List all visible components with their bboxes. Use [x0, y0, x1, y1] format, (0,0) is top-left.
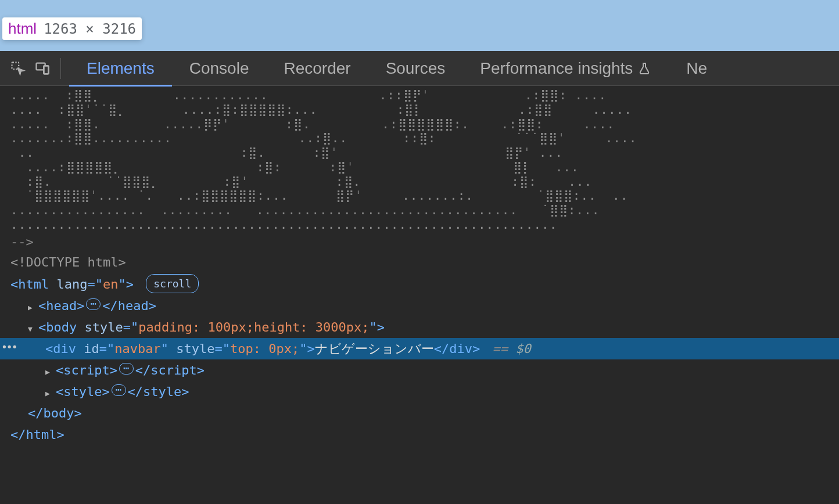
script-tag: script: [63, 363, 109, 377]
comment-close: -->: [0, 232, 839, 251]
style-close-tag: style: [143, 384, 181, 399]
tab-performance-insights[interactable]: Performance insights: [462, 51, 669, 86]
tab-performance-label: Performance insights: [480, 59, 633, 78]
toolbar-divider: [60, 58, 61, 79]
selected-div-line[interactable]: ••• <div id="navbar" style="top: 0px;">ナ…: [0, 338, 839, 359]
tab-sources[interactable]: Sources: [368, 51, 463, 86]
div-style-attr-val: top: 0px;: [230, 341, 299, 356]
head-close-tag: head: [118, 298, 149, 313]
inspect-icon[interactable]: [6, 60, 30, 77]
svg-rect-2: [44, 66, 48, 74]
expand-toggle-icon[interactable]: [28, 296, 36, 315]
html-close-tag: html: [26, 427, 57, 442]
body-style-attr-name: style: [84, 320, 123, 334]
html-tag: html: [18, 277, 49, 291]
expand-toggle-icon[interactable]: [45, 361, 53, 380]
tab-recorder[interactable]: Recorder: [266, 51, 368, 86]
html-open-line[interactable]: <html lang="en"> scroll: [0, 273, 839, 295]
eq-dollar-zero: == $0: [492, 341, 530, 356]
selection-dots-icon: •••: [1, 339, 17, 355]
head-line[interactable]: <head></head>: [0, 295, 839, 316]
div-tag: div: [53, 341, 76, 356]
div-text-content: ナビゲーションバー: [315, 341, 434, 356]
dom-tree[interactable]: ..... :⣿⣿⡀ ............ .::⣿⡟ˈ .:⣿⣿: ...…: [0, 86, 839, 504]
body-open-line[interactable]: <body style="padding: 100px;height: 3000…: [0, 316, 839, 338]
lang-attr-val: en: [103, 277, 119, 291]
ellipsis-icon[interactable]: [86, 298, 101, 310]
div-id-attr-name: id: [84, 341, 99, 356]
script-line[interactable]: <script></script>: [0, 359, 839, 381]
lang-attr-name: lang: [56, 277, 87, 291]
div-close-tag: div: [449, 341, 472, 356]
tab-console[interactable]: Console: [172, 51, 267, 86]
doctype-line[interactable]: <!DOCTYPE html>: [0, 251, 839, 273]
tab-next-truncated[interactable]: Ne: [669, 51, 707, 86]
script-close-tag: script: [150, 363, 196, 377]
doctype-text: <!DOCTYPE html>: [10, 255, 126, 269]
element-tooltip: html 1263 × 3216: [2, 17, 142, 40]
div-style-attr-name: style: [176, 341, 214, 356]
tooltip-tag: html: [8, 20, 37, 38]
collapse-toggle-icon[interactable]: [28, 318, 36, 337]
expand-toggle-icon[interactable]: [45, 382, 53, 401]
body-style-attr-val: padding: 100px;height: 3000px;: [138, 320, 369, 334]
body-close-tag: body: [44, 406, 74, 420]
head-tag: head: [46, 298, 77, 313]
scroll-badge[interactable]: scroll: [146, 274, 199, 293]
style-tag: style: [63, 384, 102, 399]
tooltip-dimensions: 1263 × 3216: [44, 21, 136, 37]
style-line[interactable]: <style></style>: [0, 381, 839, 402]
ellipsis-icon[interactable]: [112, 384, 126, 396]
device-toggle-icon[interactable]: [30, 60, 55, 77]
div-id-attr-val: navbar: [114, 341, 160, 356]
body-close-line[interactable]: </body>: [0, 402, 839, 424]
body-tag: body: [46, 320, 77, 334]
flask-icon: [637, 62, 651, 75]
devtools-toolbar: Elements Console Recorder Sources Perfor…: [0, 51, 839, 86]
tab-elements[interactable]: Elements: [69, 51, 172, 86]
ascii-art-comment: ..... :⣿⣿⡀ ............ .::⣿⡟ˈ .:⣿⣿: ...…: [0, 88, 839, 232]
devtools-panel: Elements Console Recorder Sources Perfor…: [0, 51, 839, 504]
html-close-line[interactable]: </html>: [0, 424, 839, 445]
ellipsis-icon[interactable]: [119, 363, 134, 375]
